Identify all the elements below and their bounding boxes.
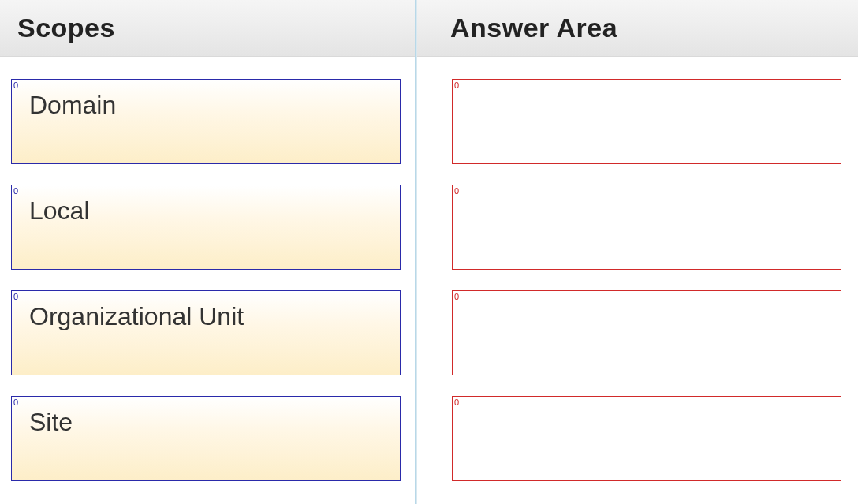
answer-area-pane: Answer Area 0 0 0 0 [416,0,858,504]
answer-area-title: Answer Area [450,13,617,43]
scope-item-site[interactable]: 0 Site [11,396,401,481]
scope-item-local[interactable]: 0 Local [11,185,401,270]
scope-item-domain[interactable]: 0 Domain [11,79,401,164]
corner-label: 0 [454,292,459,301]
scope-label: Local [29,196,90,226]
answer-area-header: Answer Area [417,0,858,57]
corner-label: 0 [454,398,459,407]
scope-label: Domain [29,91,116,120]
corner-label: 0 [13,292,18,301]
drop-slot[interactable]: 0 [452,79,841,164]
scopes-pane: Scopes 0 Domain 0 Local 0 Organizational… [0,0,416,504]
scope-label: Organizational Unit [29,302,244,331]
corner-label: 0 [13,80,18,90]
corner-label: 0 [454,186,459,196]
scopes-title: Scopes [17,13,115,43]
drop-slot[interactable]: 0 [452,290,841,375]
scope-item-organizational-unit[interactable]: 0 Organizational Unit [11,290,401,375]
scopes-header: Scopes [0,0,415,57]
scope-label: Site [29,408,73,437]
corner-label: 0 [454,80,459,90]
corner-label: 0 [13,186,18,196]
corner-label: 0 [13,398,18,407]
scopes-items-container: 0 Domain 0 Local 0 Organizational Unit 0… [0,57,415,481]
drop-slot[interactable]: 0 [452,185,841,270]
answer-slots-container: 0 0 0 0 [417,57,858,481]
drop-slot[interactable]: 0 [452,396,841,481]
